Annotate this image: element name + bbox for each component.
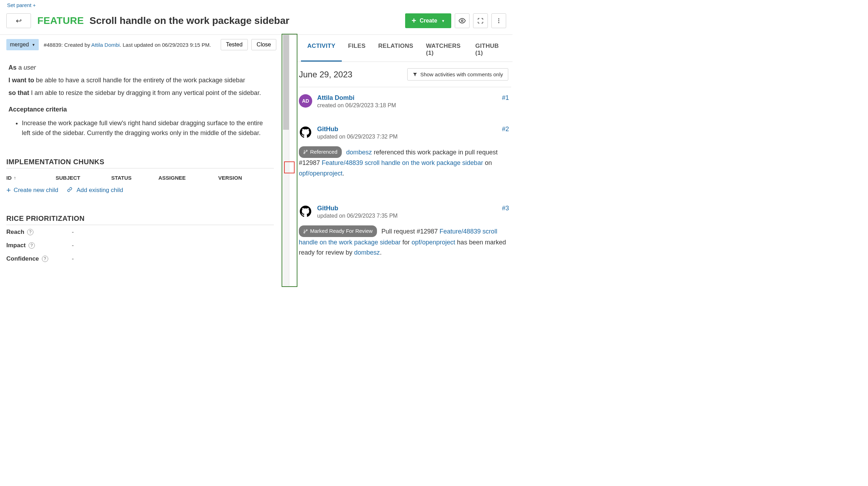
pr-link[interactable]: Feature/48839 scroll handle on the work … <box>322 159 483 166</box>
user-link[interactable]: dombesz <box>346 149 372 156</box>
svg-point-0 <box>461 20 463 22</box>
tab-github[interactable]: GITHUB (1) <box>469 35 509 62</box>
activity-date: June 29, 2023 <box>299 70 352 79</box>
chunks-heading: IMPLEMENTATION CHUNKS <box>6 158 274 168</box>
entry-anchor[interactable]: #3 <box>502 205 509 212</box>
watch-button[interactable] <box>455 13 470 28</box>
tested-button[interactable]: Tested <box>221 39 248 50</box>
user-link[interactable]: dombesz <box>354 249 380 256</box>
type-label: FEATURE <box>37 15 84 26</box>
activity-entry: AD Attila Dombi created on 06/29/2023 3:… <box>299 87 511 109</box>
main-content: merged ▼ #48839: Created by Attila Dombi… <box>0 35 280 287</box>
sort-asc-icon: ↑ <box>14 175 16 180</box>
description[interactable]: As a user I want to be able to have a sc… <box>6 59 274 138</box>
meta-info: #48839: Created by Attila Dombi. Last up… <box>44 42 211 48</box>
entry-author[interactable]: GitHub <box>317 205 497 212</box>
back-button[interactable]: ↩ <box>6 13 31 28</box>
back-arrow-icon: ↩ <box>16 17 22 25</box>
add-existing-child-link[interactable]: Add existing child <box>66 186 123 195</box>
status-dropdown[interactable]: merged ▼ <box>6 39 39 50</box>
help-icon[interactable]: ? <box>29 242 35 249</box>
plus-icon: + <box>33 2 36 8</box>
github-icon <box>300 205 312 217</box>
status-pill-ready: Marked Ready For Review <box>299 225 377 237</box>
help-icon[interactable]: ? <box>27 229 33 235</box>
col-status[interactable]: STATUS <box>111 172 158 184</box>
link-icon <box>66 187 74 194</box>
page-title[interactable]: Scroll handle on the work package sideba… <box>89 15 289 26</box>
scrollbar-thumb[interactable] <box>283 35 289 130</box>
col-assignee[interactable]: ASSIGNEE <box>158 172 218 184</box>
criterion-item: Increase the work package full view's ri… <box>22 118 272 139</box>
tab-watchers[interactable]: WATCHERS (1) <box>420 35 469 62</box>
acceptance-title: Acceptance criteria <box>8 106 272 113</box>
set-parent-link[interactable]: Set parent + <box>7 2 36 8</box>
entry-timestamp: updated on 06/29/2023 7:35 PM <box>317 213 497 219</box>
create-label: Create <box>420 18 437 24</box>
rice-reach-value[interactable]: - <box>72 229 74 236</box>
set-parent-label: Set parent <box>7 2 31 8</box>
activity-filter-button[interactable]: Show activities with comments only <box>407 68 508 81</box>
rice-impact-value[interactable]: - <box>72 242 74 249</box>
avatar[interactable] <box>299 126 312 139</box>
svg-point-2 <box>498 20 499 21</box>
entry-timestamp: created on 06/29/2023 3:18 PM <box>317 102 497 109</box>
close-button[interactable]: Close <box>251 39 276 50</box>
caret-down-icon: ▼ <box>32 43 35 47</box>
create-button[interactable]: + Create ▼ <box>405 13 451 28</box>
svg-point-3 <box>498 22 499 23</box>
rice-impact-row: Impact ? - <box>6 242 280 249</box>
entry-anchor[interactable]: #2 <box>502 126 509 133</box>
kebab-icon <box>496 18 502 24</box>
status-value: merged <box>10 41 29 48</box>
caret-down-icon: ▼ <box>441 19 445 23</box>
repo-link[interactable]: opf/openproject <box>299 170 342 177</box>
plus-icon: + <box>6 186 11 195</box>
repo-link[interactable]: opf/openproject <box>411 239 455 246</box>
entry-anchor[interactable]: #1 <box>502 94 509 102</box>
status-pill-referenced: Referenced <box>299 146 342 158</box>
expand-icon <box>477 18 484 24</box>
fullscreen-button[interactable] <box>473 13 488 28</box>
col-id[interactable]: ID ↑ <box>6 172 56 184</box>
help-icon[interactable]: ? <box>42 256 48 262</box>
author-link[interactable]: Attila Dombi <box>91 42 120 48</box>
rice-heading: RICE PRIORITIZATION <box>6 215 274 225</box>
svg-point-1 <box>498 18 499 19</box>
rice-confidence-value[interactable]: - <box>72 255 74 262</box>
more-menu-button[interactable] <box>491 13 506 28</box>
github-icon <box>300 126 312 138</box>
filter-icon <box>413 72 417 77</box>
entry-author[interactable]: Attila Dombi <box>317 94 497 102</box>
rice-confidence-row: Confidence ? - <box>6 255 280 262</box>
create-child-link[interactable]: + Create new child <box>6 186 58 195</box>
activity-entry: GitHub updated on 06/29/2023 7:32 PM #2 … <box>299 119 511 179</box>
tab-relations[interactable]: RELATIONS <box>372 35 420 62</box>
chunks-table-header: ID ↑ SUBJECT STATUS ASSIGNEE VERSION <box>6 172 274 184</box>
col-version[interactable]: VERSION <box>218 172 264 184</box>
entry-author[interactable]: GitHub <box>317 126 497 133</box>
tab-files[interactable]: FILES <box>342 35 372 62</box>
scrollbar-track[interactable] <box>283 35 289 287</box>
col-subject[interactable]: SUBJECT <box>56 172 111 184</box>
avatar[interactable] <box>299 205 312 218</box>
plus-icon: + <box>411 16 416 25</box>
eye-icon <box>459 17 466 24</box>
entry-timestamp: updated on 06/29/2023 7:32 PM <box>317 134 497 140</box>
activity-entry: GitHub updated on 06/29/2023 7:35 PM #3 … <box>299 198 511 258</box>
sidebar-tabs: ACTIVITY FILES RELATIONS WATCHERS (1) GI… <box>297 35 512 62</box>
rice-reach-row: Reach ? - <box>6 229 280 236</box>
avatar[interactable]: AD <box>299 94 312 108</box>
tab-activity[interactable]: ACTIVITY <box>301 35 342 62</box>
sidebar-resize-handle[interactable] <box>280 35 297 287</box>
